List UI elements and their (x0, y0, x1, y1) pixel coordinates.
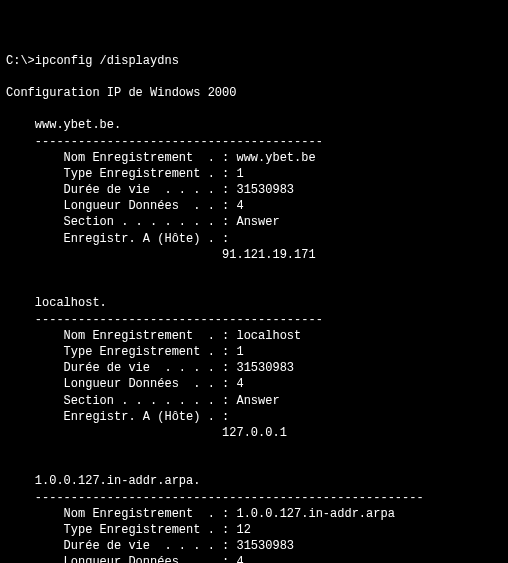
record-ttl: Durée de vie . . . . : 31530983 (6, 183, 294, 197)
terminal-output: C:\>ipconfig /displaydns Configuration I… (6, 53, 502, 563)
section-title: localhost. (6, 296, 107, 310)
record-datalen: Longueur Données . . : 4 (6, 555, 244, 563)
record-ttl: Durée de vie . . . . : 31530983 (6, 361, 294, 375)
divider: ---------------------------------------- (6, 313, 323, 327)
command-prompt: C:\>ipconfig /displaydns (6, 54, 179, 68)
record-type: Type Enregistrement . : 1 (6, 345, 244, 359)
divider: ---------------------------------------- (6, 135, 323, 149)
section-title: www.ybet.be. (6, 118, 121, 132)
record-datalen: Longueur Données . . : 4 (6, 377, 244, 391)
config-header: Configuration IP de Windows 2000 (6, 86, 236, 100)
record-section: Section . . . . . . . : Answer (6, 394, 280, 408)
record-a-host: Enregistr. A (Hôte) . : (6, 232, 229, 246)
divider: ----------------------------------------… (6, 491, 424, 505)
record-name: Nom Enregistrement . : localhost (6, 329, 301, 343)
record-ttl: Durée de vie . . . . : 31530983 (6, 539, 294, 553)
record-value: 127.0.0.1 (6, 426, 287, 440)
record-a-host: Enregistr. A (Hôte) . : (6, 410, 229, 424)
section-title: 1.0.0.127.in-addr.arpa. (6, 474, 200, 488)
record-name: Nom Enregistrement . : www.ybet.be (6, 151, 316, 165)
record-type: Type Enregistrement . : 1 (6, 167, 244, 181)
record-value: 91.121.19.171 (6, 248, 316, 262)
record-datalen: Longueur Données . . : 4 (6, 199, 244, 213)
record-type: Type Enregistrement . : 12 (6, 523, 251, 537)
record-name: Nom Enregistrement . : 1.0.0.127.in-addr… (6, 507, 395, 521)
record-section: Section . . . . . . . : Answer (6, 215, 280, 229)
